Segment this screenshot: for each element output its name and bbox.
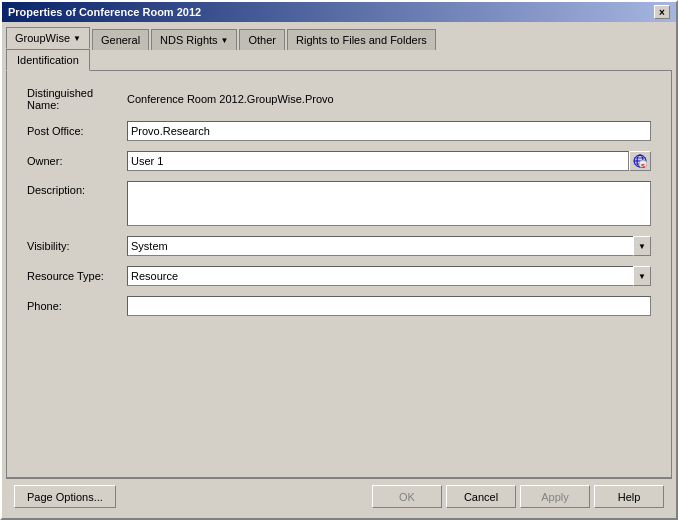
phone-row: Phone:: [27, 296, 651, 316]
window-title: Properties of Conference Room 2012: [8, 6, 201, 18]
post-office-input[interactable]: [127, 121, 651, 141]
owner-browse-button[interactable]: S: [629, 151, 651, 171]
description-input[interactable]: [127, 181, 651, 226]
tab-other[interactable]: Other: [239, 29, 285, 50]
tab-rights-files-folders[interactable]: Rights to Files and Folders: [287, 29, 436, 50]
apply-button[interactable]: Apply: [520, 485, 590, 508]
visibility-row: Visibility: System Domain Post Office No…: [27, 236, 651, 256]
resource-type-select-wrapper: Resource Place ▼: [127, 266, 651, 286]
description-label: Description:: [27, 181, 127, 196]
svg-text:S: S: [641, 163, 645, 168]
main-tabs: GroupWise ▼ General NDS Rights ▼ Other R…: [6, 26, 672, 48]
main-window: Properties of Conference Room 2012 × Gro…: [0, 0, 678, 520]
page-options-button[interactable]: Page Options...: [14, 485, 116, 508]
close-button[interactable]: ×: [654, 5, 670, 19]
owner-input[interactable]: [127, 151, 629, 171]
owner-row: Owner: S: [27, 151, 651, 171]
tab-groupwise[interactable]: GroupWise ▼: [6, 27, 90, 49]
help-button[interactable]: Help: [594, 485, 664, 508]
ok-button[interactable]: OK: [372, 485, 442, 508]
visibility-select-wrapper: System Domain Post Office None ▼: [127, 236, 651, 256]
bottom-bar: Page Options... OK Cancel Apply Help: [6, 478, 672, 514]
nds-rights-dropdown-icon: ▼: [221, 36, 229, 45]
action-buttons: OK Cancel Apply Help: [372, 485, 664, 508]
visibility-select[interactable]: System Domain Post Office None: [127, 236, 651, 256]
globe-icon: S: [633, 154, 647, 168]
groupwise-dropdown-icon: ▼: [73, 34, 81, 43]
post-office-label: Post Office:: [27, 125, 127, 137]
resource-type-label: Resource Type:: [27, 270, 127, 282]
distinguished-name-value: Conference Room 2012.GroupWise.Provo: [127, 93, 334, 105]
sub-tab-identification[interactable]: Identification: [6, 49, 90, 71]
visibility-label: Visibility:: [27, 240, 127, 252]
sub-tabs: Identification: [6, 48, 672, 70]
title-bar: Properties of Conference Room 2012 ×: [2, 2, 676, 22]
phone-input[interactable]: [127, 296, 651, 316]
distinguished-name-row: Distinguished Name: Conference Room 2012…: [27, 87, 651, 111]
post-office-row: Post Office:: [27, 121, 651, 141]
main-panel: Distinguished Name: Conference Room 2012…: [6, 70, 672, 478]
cancel-button[interactable]: Cancel: [446, 485, 516, 508]
resource-type-select[interactable]: Resource Place: [127, 266, 651, 286]
owner-label: Owner:: [27, 155, 127, 167]
content-area: GroupWise ▼ General NDS Rights ▼ Other R…: [2, 22, 676, 518]
description-row: Description:: [27, 181, 651, 226]
owner-input-group: S: [127, 151, 651, 171]
tab-general[interactable]: General: [92, 29, 149, 50]
tab-nds-rights[interactable]: NDS Rights ▼: [151, 29, 237, 50]
phone-label: Phone:: [27, 300, 127, 312]
resource-type-row: Resource Type: Resource Place ▼: [27, 266, 651, 286]
distinguished-name-label: Distinguished Name:: [27, 87, 127, 111]
